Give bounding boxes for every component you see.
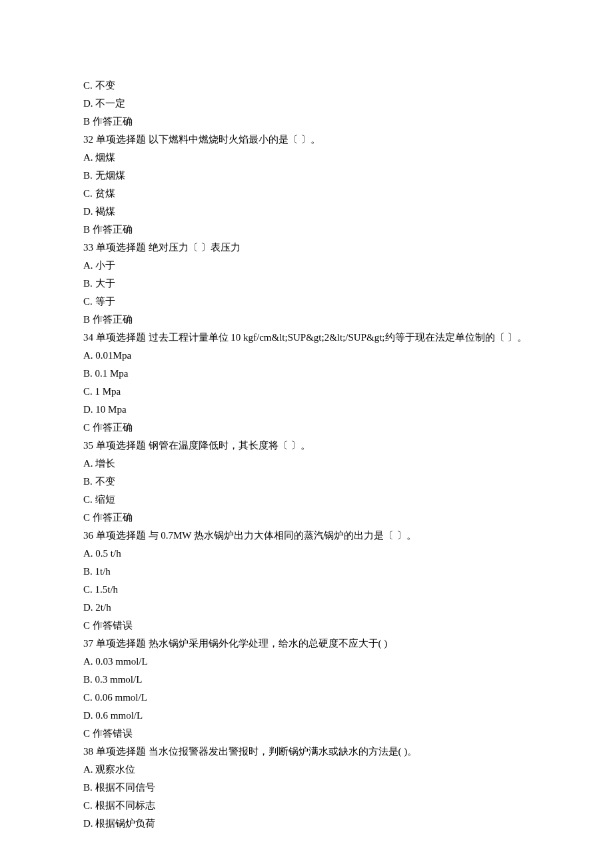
text-line: 32 单项选择题 以下燃料中燃烧时火焰最小的是〔 〕。 (63, 131, 550, 149)
text-line: 35 单项选择题 钢管在温度降低时，其长度将〔 〕。 (63, 437, 550, 455)
text-line: A. 小于 (63, 257, 550, 275)
text-line: C. 缩短 (63, 491, 550, 509)
text-line: B. 1t/h (63, 563, 550, 581)
document-content: C. 不变D. 不一定B 作答正确32 单项选择题 以下燃料中燃烧时火焰最小的是… (63, 77, 550, 833)
text-line: A. 0.03 mmol/L (63, 653, 550, 671)
text-line: C. 0.06 mmol/L (63, 689, 550, 707)
text-line: A. 增长 (63, 455, 550, 473)
text-line: B. 大于 (63, 275, 550, 293)
text-line: C. 不变 (63, 77, 550, 95)
text-line: C. 贫煤 (63, 185, 550, 203)
text-line: 37 单项选择题 热水锅炉采用锅外化学处理，给水的总硬度不应大于( ) (63, 635, 550, 653)
text-line: C 作答错误 (63, 725, 550, 743)
text-line: B. 根据不同信号 (63, 779, 550, 797)
text-line: D. 10 Mpa (63, 401, 550, 419)
text-line: A. 烟煤 (63, 149, 550, 167)
text-line: A. 0.5 t/h (63, 545, 550, 563)
text-line: D. 不一定 (63, 95, 550, 113)
text-line: B. 无烟煤 (63, 167, 550, 185)
text-line: C. 1.5t/h (63, 581, 550, 599)
text-line: C 作答错误 (63, 617, 550, 635)
text-line: 38 单项选择题 当水位报警器发出警报时，判断锅炉满水或缺水的方法是( )。 (63, 743, 550, 761)
text-line: B 作答正确 (63, 221, 550, 239)
text-line: 36 单项选择题 与 0.7MW 热水锅炉出力大体相同的蒸汽锅炉的出力是〔 〕。 (63, 527, 550, 545)
text-line: B. 0.1 Mpa (63, 365, 550, 383)
text-line: D. 根据锅炉负荷 (63, 815, 550, 833)
text-line: C. 等于 (63, 293, 550, 311)
text-line: D. 0.6 mmol/L (63, 707, 550, 725)
text-line: C. 1 Mpa (63, 383, 550, 401)
text-line: B 作答正确 (63, 311, 550, 329)
text-line: D. 褐煤 (63, 203, 550, 221)
text-line: A. 观察水位 (63, 761, 550, 779)
text-line: C. 根据不同标志 (63, 797, 550, 815)
text-line: D. 2t/h (63, 599, 550, 617)
text-line: 34 单项选择题 过去工程计量单位 10 kgf/cm&lt;SUP&gt;2&… (63, 329, 550, 347)
text-line: 33 单项选择题 绝对压力〔 〕表压力 (63, 239, 550, 257)
text-line: A. 0.01Mpa (63, 347, 550, 365)
text-line: B 作答正确 (63, 113, 550, 131)
text-line: C 作答正确 (63, 509, 550, 527)
text-line: B. 0.3 mmol/L (63, 671, 550, 689)
text-line: B. 不变 (63, 473, 550, 491)
text-line: C 作答正确 (63, 419, 550, 437)
